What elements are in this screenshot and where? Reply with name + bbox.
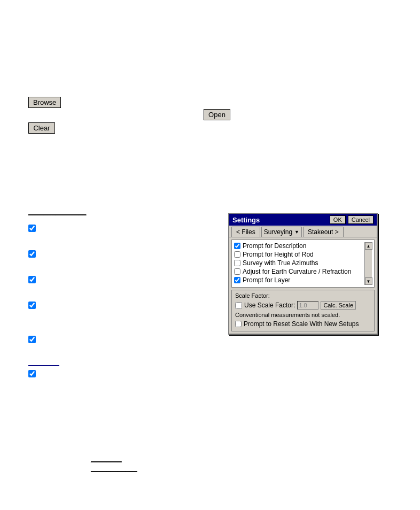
bottom-underline-label-2: ____________ [91, 464, 137, 472]
scale-factor-legend: Scale Factor: [235, 292, 371, 299]
settings-content-area: Prompt for Description Prompt for Height… [231, 239, 375, 288]
settings-dialog: Settings OK Cancel < Files Surveying ▼ S… [228, 213, 378, 335]
settings-check-row-4: Adjust for Earth Curvature / Refraction [234, 268, 364, 275]
settings-check-row-3: Survey with True Azimuths [234, 259, 364, 267]
settings-dialog-title: Settings [232, 216, 328, 224]
settings-checkbox-true-azimuths[interactable] [234, 260, 240, 266]
prompt-reset-checkbox[interactable] [235, 321, 242, 327]
settings-checkbox-layer[interactable] [234, 277, 240, 283]
settings-titlebar: Settings OK Cancel [229, 214, 377, 226]
checkbox-row-4 [28, 302, 36, 309]
browse-button[interactable]: Browse [28, 97, 61, 108]
tab-stakeout[interactable]: Stakeout > [303, 227, 344, 237]
clear-button[interactable]: Clear [28, 122, 55, 134]
checkbox-5[interactable] [28, 336, 36, 343]
scale-factor-row: Use Scale Factor: Calc. Scale [235, 301, 371, 310]
checkboxes-scroll-area: Prompt for Description Prompt for Height… [234, 242, 372, 285]
prompt-reset-label: Prompt to Reset Scale With New Setups [244, 320, 359, 328]
settings-checkbox-height-rod[interactable] [234, 251, 240, 258]
tab-surveying[interactable]: Surveying ▼ [261, 227, 302, 237]
scale-factor-input[interactable] [297, 301, 318, 310]
settings-check-row-2: Prompt for Height of Rod [234, 251, 364, 258]
settings-check-row-5: Prompt for Layer [234, 276, 364, 284]
settings-checkbox-earth-curvature[interactable] [234, 268, 240, 275]
bottom-underline-label-1: ________ [91, 454, 122, 462]
checkbox-4[interactable] [28, 302, 36, 309]
use-scale-factor-checkbox[interactable] [235, 302, 242, 309]
settings-checkboxes-list: Prompt for Description Prompt for Height… [234, 242, 364, 285]
checkbox-1[interactable] [28, 225, 36, 232]
settings-cancel-button[interactable]: Cancel [348, 215, 374, 224]
settings-checkbox-description[interactable] [234, 243, 240, 249]
checkbox-row-2 [28, 250, 36, 258]
checkbox-row-1 [28, 225, 36, 232]
settings-scrollbar: ▲ ▼ [364, 242, 372, 285]
settings-check-row-1: Prompt for Description [234, 242, 364, 250]
checkbox-3[interactable] [28, 276, 36, 283]
use-scale-factor-label: Use Scale Factor: [244, 302, 295, 309]
settings-tabs: < Files Surveying ▼ Stakeout > [229, 226, 377, 237]
prompt-reset-row: Prompt to Reset Scale With New Setups [235, 320, 371, 328]
calc-scale-button[interactable]: Calc. Scale [321, 301, 356, 310]
open-button[interactable]: Open [204, 109, 230, 120]
checkbox-row-5 [28, 336, 36, 343]
checkbox-6[interactable] [28, 370, 36, 377]
scroll-up-icon[interactable]: ▲ [365, 242, 372, 250]
underline-link[interactable]: ________ [28, 358, 59, 366]
settings-ok-button[interactable]: OK [330, 215, 346, 224]
scale-factor-group: Scale Factor: Use Scale Factor: Calc. Sc… [231, 290, 375, 331]
underline-label-1: _______________ [28, 207, 86, 215]
checkbox-2[interactable] [28, 250, 36, 258]
conventional-text: Conventional measurements not scaled. [235, 312, 371, 318]
checkbox-row-3 [28, 276, 36, 283]
checkbox-row-6 [28, 370, 36, 377]
tab-files[interactable]: < Files [231, 227, 260, 237]
dropdown-arrow-icon: ▼ [294, 229, 299, 235]
scroll-down-icon[interactable]: ▼ [365, 277, 372, 285]
